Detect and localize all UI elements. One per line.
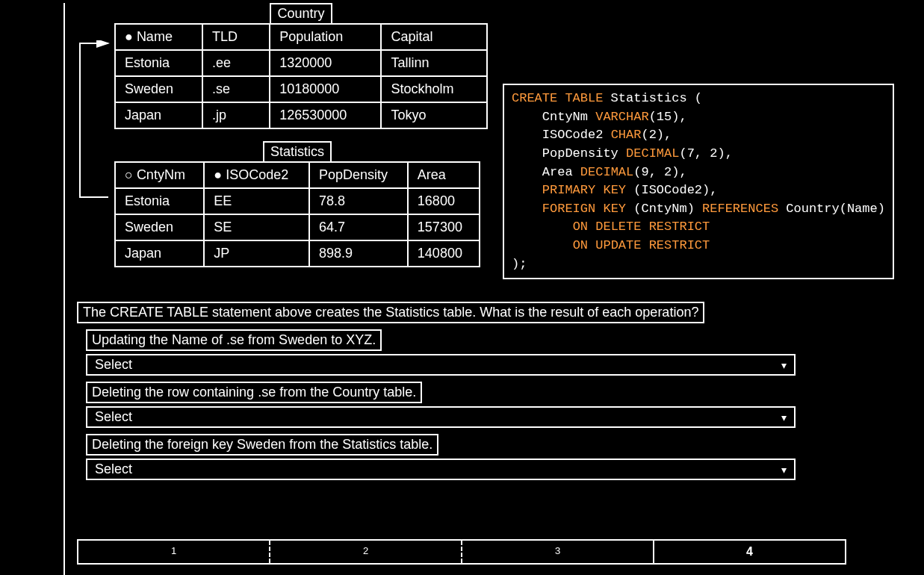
question-3-label: Deleting the foreign key Sweden from the… (86, 434, 438, 456)
table-row: Sweden.se10180000Stockholm (115, 76, 487, 102)
question-3-select[interactable]: Select ▾ (86, 459, 796, 480)
country-table-section: Country Name TLD Population Capital Esto… (114, 3, 488, 129)
question-2-select[interactable]: Select ▾ (86, 406, 796, 428)
page-1[interactable]: 1 (78, 541, 270, 563)
step-pager: 1 2 3 4 (77, 539, 846, 565)
statistics-table: CntyNm ISOCode2 PopDensity Area EstoniaE… (114, 161, 480, 267)
col-tld: TLD (202, 24, 270, 50)
col-cntynm: CntyNm (115, 162, 204, 188)
page-2[interactable]: 2 (270, 541, 462, 563)
pk-icon (214, 167, 226, 182)
table-header-row: CntyNm ISOCode2 PopDensity Area (115, 162, 480, 188)
table-row: JapanJP898.9140800 (115, 240, 480, 267)
chevron-down-icon: ▾ (781, 359, 787, 371)
page-4[interactable]: 4 (653, 539, 846, 565)
table-row: EstoniaEE78.816800 (115, 188, 480, 214)
table-header-row: Name TLD Population Capital (115, 24, 487, 50)
table-row: Estonia.ee1320000Tallinn (115, 50, 487, 76)
question-2-label: Deleting the row containing .se from the… (86, 382, 422, 403)
country-title: Country (270, 3, 332, 25)
select-value: Select (95, 357, 132, 373)
chevron-down-icon: ▾ (781, 464, 787, 476)
fk-relation-arrow (72, 40, 117, 212)
pk-icon (125, 29, 137, 44)
col-population: Population (270, 24, 381, 50)
question-1-label: Updating the Name of .se from Sweden to … (86, 329, 382, 351)
col-area: Area (408, 162, 480, 188)
col-name: Name (115, 24, 202, 50)
statistics-title: Statistics (263, 141, 332, 163)
statistics-table-section: Statistics CntyNm ISOCode2 PopDensity Ar… (114, 141, 488, 267)
col-isocode2: ISOCode2 (204, 162, 309, 188)
table-row: SwedenSE64.7157300 (115, 214, 480, 240)
question-1-select[interactable]: Select ▾ (86, 354, 796, 376)
select-value: Select (95, 461, 132, 477)
chevron-down-icon: ▾ (781, 411, 787, 423)
page-3[interactable]: 3 (462, 541, 654, 563)
col-popdensity: PopDensity (309, 162, 408, 188)
country-table: Name TLD Population Capital Estonia.ee13… (114, 23, 488, 129)
question-prompt: The CREATE TABLE statement above creates… (77, 302, 704, 323)
select-value: Select (95, 409, 132, 425)
left-divider (63, 3, 65, 575)
table-row: Japan.jp126530000Tokyo (115, 102, 487, 128)
col-capital: Capital (381, 24, 487, 50)
fk-icon (125, 167, 137, 182)
sql-code: CREATE TABLE Statistics ( CntyNm VARCHAR… (503, 84, 894, 279)
